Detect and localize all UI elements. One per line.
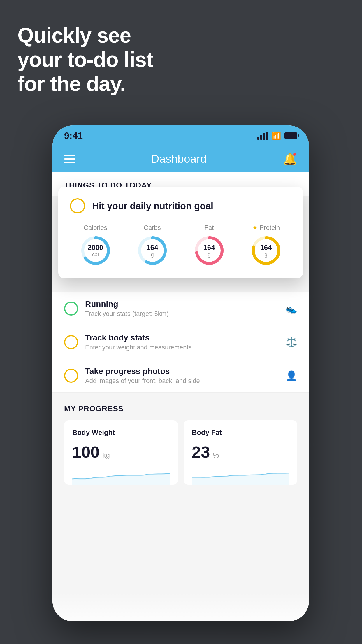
star-icon: ★ [252,224,258,232]
status-icons: 📶 [257,131,297,140]
running-icon: 👟 [286,303,297,314]
body-weight-unit: kg [102,451,110,459]
fat-unit: g [203,252,215,258]
phone-frame: 9:41 📶 Dashboard 🔔 THINGS TO D [52,125,309,621]
nutrition-checkbox[interactable] [70,198,85,214]
body-fat-card-title: Body Fat [192,428,289,437]
body-weight-value: 100 [72,442,99,461]
fat-label: Fat [205,224,214,232]
progress-section-title: MY PROGRESS [64,404,297,413]
hamburger-menu[interactable] [64,155,75,163]
body-weight-card[interactable]: Body Weight 100 kg [64,420,178,485]
task-running[interactable]: Running Track your stats (target: 5km) 👟 [52,292,309,326]
calories-donut: 2000 cal [80,235,112,267]
carbs-unit: g [146,252,158,258]
task-list: Running Track your stats (target: 5km) 👟… [52,292,309,393]
wifi-icon: 📶 [272,131,281,140]
notification-bell-button[interactable]: 🔔 [283,152,297,166]
running-subtitle: Track your stats (target: 5km) [85,310,279,318]
status-time: 9:41 [64,130,83,141]
body-fat-chart [192,467,289,485]
body-fat-card[interactable]: Body Fat 23 % [184,420,297,485]
body-stats-title: Track body stats [85,333,279,342]
protein-unit: g [260,252,272,258]
battery-icon [284,132,297,139]
nav-title: Dashboard [151,153,207,165]
task-body-stats[interactable]: Track body stats Enter your weight and m… [52,326,309,359]
running-checkbox[interactable] [64,302,78,316]
body-fat-value-row: 23 % [192,442,289,461]
person-icon: 👤 [286,370,297,381]
calories-unit: cal [88,252,103,258]
fat-value: 164 [203,244,215,252]
calories-label: Calories [84,224,107,232]
signal-icon [257,132,268,140]
progress-photos-subtitle: Add images of your front, back, and side [85,377,279,385]
protein-value: 164 [260,244,272,252]
app-content: THINGS TO DO TODAY Hit your daily nutrit… [52,172,309,621]
body-weight-value-row: 100 kg [72,442,170,461]
hero-heading: Quickly see your to-do list for the day. [17,23,153,96]
body-stats-subtitle: Enter your weight and measurements [85,344,279,351]
nutrition-card-header: Hit your daily nutrition goal [70,198,291,214]
carbs-label: Carbs [144,224,161,232]
body-stats-text: Track body stats Enter your weight and m… [85,333,279,351]
task-progress-photos[interactable]: Take progress photos Add images of your … [52,359,309,393]
status-bar: 9:41 📶 [52,125,309,146]
body-weight-chart [72,467,170,485]
nutrition-calories: Calories 2000 cal [80,224,112,267]
carbs-value: 164 [146,244,158,252]
progress-photos-text: Take progress photos Add images of your … [85,367,279,385]
fat-donut: 164 g [193,235,225,267]
body-fat-unit: % [213,451,219,459]
notification-dot [293,152,297,156]
running-text: Running Track your stats (target: 5km) [85,300,279,318]
progress-section: MY PROGRESS Body Weight 100 kg [52,393,309,491]
protein-label: ★ Protein [252,224,280,232]
running-title: Running [85,300,279,309]
nutrition-fat: Fat 164 g [193,224,225,267]
shadow-overlay [52,592,309,621]
nutrition-carbs: Carbs 164 g [136,224,168,267]
calories-value: 2000 [88,244,103,252]
body-fat-value: 23 [192,442,210,461]
scale-icon: ⚖️ [286,337,297,348]
nav-bar: Dashboard 🔔 [52,146,309,172]
progress-photos-checkbox[interactable] [64,369,78,383]
nutrition-card-title: Hit your daily nutrition goal [92,201,213,211]
nutrition-protein: ★ Protein 164 g [250,224,282,267]
body-stats-checkbox[interactable] [64,335,78,349]
body-weight-card-title: Body Weight [72,428,170,437]
nutrition-card[interactable]: Hit your daily nutrition goal Calories 2… [58,187,303,278]
progress-photos-title: Take progress photos [85,367,279,376]
carbs-donut: 164 g [136,235,168,267]
protein-donut: 164 g [250,235,282,267]
progress-cards: Body Weight 100 kg Body Fat [64,420,297,485]
nutrition-row: Calories 2000 cal Carbs [70,224,291,267]
